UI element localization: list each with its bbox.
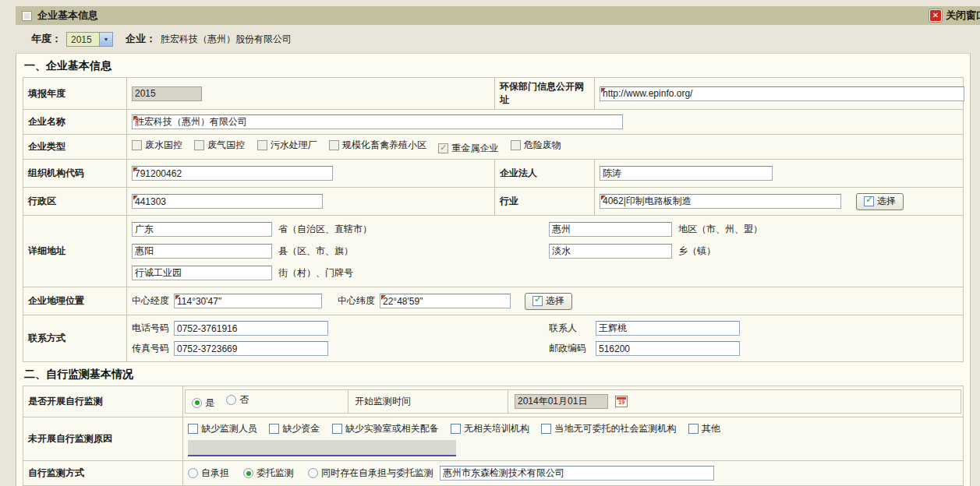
province-field[interactable]: [132, 222, 272, 237]
street-suffix: 街（村）、门牌号: [278, 266, 353, 280]
company-name-field[interactable]: [132, 114, 623, 129]
calendar-icon[interactable]: [615, 396, 628, 407]
start-date-field[interactable]: [515, 394, 608, 409]
monitoring-agency-field[interactable]: [440, 466, 714, 481]
company-type-checkbox-wastegas: ✓ 废气国控: [194, 139, 245, 152]
reason-checkbox-no-funds[interactable]: ✓ 缺少资金: [269, 422, 320, 435]
checkbox-label: 重金属企业: [451, 142, 498, 155]
epinfo-url-field[interactable]: [600, 86, 964, 101]
city-suffix: 地区（市、州、盟）: [678, 223, 762, 236]
conduct-yes-radio[interactable]: 是: [192, 396, 214, 410]
admin-region-field[interactable]: [132, 194, 323, 209]
fax-label: 传真号码: [132, 342, 169, 355]
fill-year-field: [132, 86, 202, 101]
radio-label: 同时存在自承担与委托监测: [321, 467, 433, 480]
longitude-field[interactable]: [174, 294, 322, 308]
fax-field[interactable]: [174, 341, 328, 356]
page: 企业基本信息 ✕ 关闭窗口 年度： 2015 ▼ 企业： 胜宏科技（惠州）股份有…: [0, 0, 980, 486]
radio-icon: [308, 468, 318, 478]
checkbox-icon: ✓: [332, 424, 342, 434]
industry-select-label: 选择: [877, 195, 896, 208]
industry-field[interactable]: [600, 194, 841, 209]
conduct-no-radio[interactable]: 否: [226, 393, 249, 407]
org-code-label: 组织机构代码: [23, 160, 127, 188]
radio-icon: [243, 468, 253, 478]
phone-field[interactable]: [174, 321, 328, 336]
contact-label: 联系方式: [23, 315, 127, 362]
company-name-text: 胜宏科技（惠州）股份有限公司: [161, 33, 292, 46]
contact-person-field[interactable]: [596, 321, 740, 336]
mode-entrusted-radio[interactable]: 委托监测: [243, 467, 294, 480]
reason-checkbox-no-lab[interactable]: ✓ 缺少实验室或相关配备: [332, 422, 439, 435]
window-title: 企业基本信息: [37, 9, 98, 23]
town-field[interactable]: [549, 244, 672, 259]
reason-checkbox-no-agency[interactable]: ✓ 当地无可委托的社会监测机构: [541, 422, 676, 435]
industry-select-button[interactable]: ✓ 选择: [856, 193, 904, 210]
fill-year-label: 填报年度: [23, 78, 127, 110]
mode-both-radio[interactable]: 同时存在自承担与委托监测: [308, 467, 433, 480]
checkbox-icon: ✓: [188, 424, 198, 434]
zip-field[interactable]: [596, 341, 740, 356]
reason-checkbox-no-training[interactable]: ✓ 无相关培训机构: [451, 422, 529, 435]
checkbox-icon: ✓: [329, 140, 339, 150]
company-type-checkbox-hazardous-waste: ✓ 危险废物: [511, 139, 561, 152]
radio-icon: [226, 395, 236, 405]
geo-select-label: 选择: [546, 294, 564, 308]
company-label: 企业：: [126, 32, 156, 46]
checkbox-label: 规模化畜禽养殖小区: [342, 139, 426, 152]
radio-label: 否: [239, 393, 249, 407]
company-type-label: 企业类型: [23, 135, 127, 160]
checkbox-label: 危险废物: [524, 139, 561, 152]
epinfo-url-label: 环保部门信息公开网址: [495, 78, 595, 110]
street-field[interactable]: [132, 266, 272, 280]
org-code-field[interactable]: [132, 166, 333, 181]
town-suffix: 乡（镇）: [678, 245, 716, 258]
conduct-monitoring-label: 是否开展自行监测: [23, 386, 183, 417]
county-suffix: 县（区、市、旗）: [278, 245, 353, 258]
reason-checkbox-other[interactable]: ✓ 其他: [688, 422, 720, 435]
start-time-label: 开始监测时间: [355, 396, 411, 407]
close-window-label[interactable]: 关闭窗口: [946, 9, 980, 23]
admin-region-label: 行政区: [23, 188, 127, 216]
longitude-label: 中心经度: [132, 294, 169, 308]
window-titlebar: 企业基本信息 ✕ 关闭窗口: [16, 6, 980, 25]
geo-select-button[interactable]: ✓ 选择: [525, 293, 572, 310]
city-field[interactable]: [549, 222, 672, 237]
company-type-checkbox-livestock: ✓ 规模化畜禽养殖小区: [329, 139, 426, 152]
legal-person-field[interactable]: [600, 166, 773, 181]
form-panel: 一、企业基本信息 填报年度 环保部门信息公开网址 企业名称 企业类: [16, 53, 971, 486]
checkbox-icon: ✓: [511, 140, 521, 150]
chevron-down-icon[interactable]: ▼: [99, 33, 112, 46]
province-suffix: 省（自治区、直辖市）: [278, 223, 372, 236]
checkbox-icon: ✓: [132, 140, 142, 150]
legal-person-label: 企业法人: [495, 160, 595, 188]
mode-self-radio[interactable]: 自承担: [188, 467, 229, 480]
company-name-label: 企业名称: [23, 110, 127, 135]
industry-label: 行业: [495, 188, 595, 216]
year-select[interactable]: 2015 ▼: [66, 32, 113, 47]
checkbox-icon: ✓: [438, 143, 448, 153]
geo-location-label: 企业地理位置: [23, 287, 127, 315]
zip-label: 邮政编码: [549, 342, 591, 355]
phone-label: 电话号码: [132, 322, 169, 335]
basic-info-table: 填报年度 环保部门信息公开网址 企业名称 企业类型 ✓: [23, 77, 964, 362]
checkbox-icon: ✓: [541, 424, 551, 434]
latitude-field[interactable]: [380, 294, 511, 308]
close-window-button[interactable]: ✕ 关闭窗口: [929, 9, 980, 23]
checkbox-icon: ✓: [257, 140, 267, 150]
close-icon[interactable]: ✕: [929, 9, 942, 22]
county-field[interactable]: [132, 244, 272, 259]
radio-icon: [192, 398, 202, 408]
reason-checkbox-no-staff[interactable]: ✓ 缺少监测人员: [188, 422, 257, 435]
address-label: 详细地址: [23, 216, 127, 287]
panel-icon: [22, 11, 32, 21]
checkbox-label: 其他: [702, 422, 720, 435]
radio-label: 委托监测: [256, 467, 294, 480]
checkbox-label: 污水处理厂: [271, 139, 317, 152]
company-type-checkbox-wastewater: ✓ 废水国控: [132, 139, 182, 152]
radio-label: 自承担: [201, 467, 229, 480]
other-reason-field: [188, 440, 456, 456]
radio-label: 是: [205, 396, 214, 410]
checkbox-icon: ✓: [451, 424, 461, 434]
checkbox-label: 缺少监测人员: [201, 422, 257, 435]
